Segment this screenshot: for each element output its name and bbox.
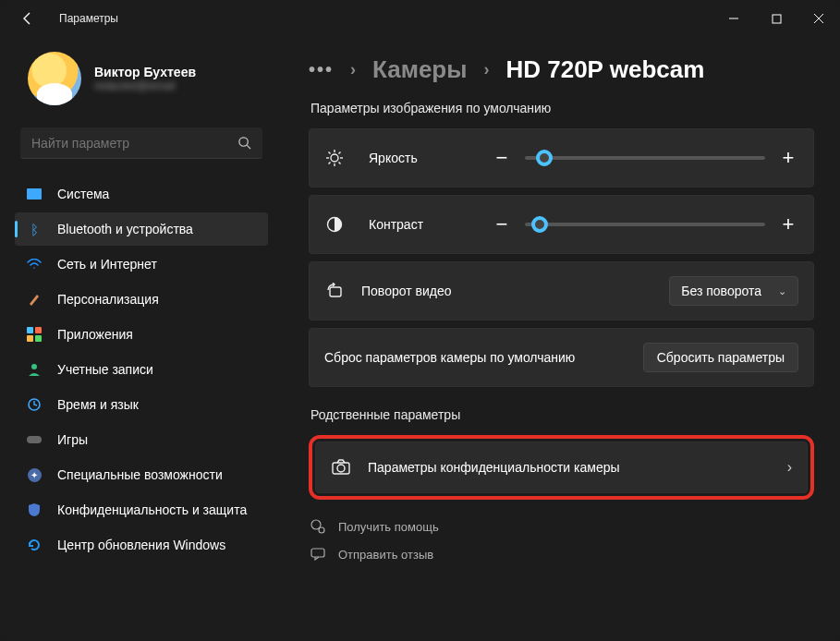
sidebar-item-bluetooth[interactable]: ᛒBluetooth и устройства bbox=[15, 212, 268, 246]
contrast-minus-button[interactable]: − bbox=[492, 214, 512, 235]
sidebar-item-accessibility[interactable]: ✦Специальные возможности bbox=[15, 458, 268, 491]
sidebar: Виктор Бухтеев redacted@email Система ᛒB… bbox=[0, 37, 277, 641]
shield-icon bbox=[26, 502, 43, 518]
window-controls bbox=[712, 0, 840, 37]
breadcrumb: ••• › Камеры › HD 720P webcam bbox=[309, 55, 814, 84]
brightness-slider[interactable] bbox=[525, 156, 765, 160]
reset-card: Сброс параметров камеры по умолчанию Сбр… bbox=[309, 328, 814, 387]
clock-icon bbox=[26, 396, 43, 413]
svg-rect-1 bbox=[773, 15, 781, 23]
get-help-label: Получить помощь bbox=[338, 520, 439, 534]
nav-label: Конфиденциальность и защита bbox=[57, 502, 247, 517]
contrast-label: Контраст bbox=[369, 217, 423, 232]
sidebar-item-system[interactable]: Система bbox=[15, 177, 268, 211]
main-content: ••• › Камеры › HD 720P webcam Параметры … bbox=[277, 37, 840, 641]
brightness-label: Яркость bbox=[369, 151, 418, 165]
user-email: redacted@email bbox=[94, 79, 196, 92]
contrast-slider[interactable] bbox=[525, 223, 765, 226]
rotate-icon bbox=[324, 283, 345, 299]
user-icon bbox=[26, 361, 43, 378]
nav: Система ᛒBluetooth и устройства Сеть и И… bbox=[15, 177, 268, 562]
feedback-link[interactable]: Отправить отзыв bbox=[310, 540, 814, 568]
nav-label: Центр обновления Windows bbox=[57, 538, 225, 552]
privacy-settings-link[interactable]: Параметры конфиденциальности камеры › bbox=[315, 441, 808, 493]
svg-line-14 bbox=[339, 152, 341, 154]
update-icon bbox=[26, 537, 43, 553]
nav-label: Bluetooth и устройства bbox=[57, 222, 193, 236]
reset-label: Сброс параметров камеры по умолчанию bbox=[324, 350, 575, 365]
nav-label: Игры bbox=[57, 432, 88, 447]
breadcrumb-more-icon[interactable]: ••• bbox=[309, 59, 334, 80]
privacy-label: Параметры конфиденциальности камеры bbox=[368, 460, 620, 475]
sidebar-item-gaming[interactable]: Игры bbox=[15, 423, 268, 456]
chevron-right-icon: › bbox=[787, 459, 792, 476]
chevron-right-icon: › bbox=[350, 60, 356, 79]
contrast-icon bbox=[324, 216, 345, 233]
nav-label: Специальные возможности bbox=[57, 467, 223, 482]
search-icon bbox=[237, 136, 251, 150]
nav-label: Приложения bbox=[57, 327, 133, 342]
breadcrumb-current: HD 720P webcam bbox=[505, 55, 704, 84]
sidebar-item-personalization[interactable]: Персонализация bbox=[15, 283, 268, 316]
svg-rect-6 bbox=[27, 436, 42, 443]
accessibility-icon: ✦ bbox=[26, 466, 43, 483]
search-input[interactable] bbox=[31, 136, 230, 151]
chevron-right-icon: › bbox=[483, 60, 489, 79]
contrast-plus-button[interactable]: + bbox=[778, 214, 798, 235]
help-icon bbox=[310, 519, 325, 534]
user-profile[interactable]: Виктор Бухтеев redacted@email bbox=[15, 46, 268, 122]
contrast-card: Контраст − + bbox=[309, 195, 814, 254]
brightness-card: Яркость − + bbox=[309, 128, 814, 187]
titlebar: Параметры bbox=[0, 0, 840, 37]
nav-label: Сеть и Интернет bbox=[57, 257, 157, 272]
bluetooth-icon: ᛒ bbox=[26, 221, 43, 237]
svg-line-3 bbox=[247, 145, 250, 149]
get-help-link[interactable]: Получить помощь bbox=[310, 513, 814, 540]
sidebar-item-time[interactable]: Время и язык bbox=[15, 388, 268, 421]
close-button[interactable] bbox=[797, 0, 840, 37]
feedback-icon bbox=[310, 548, 325, 561]
svg-point-2 bbox=[239, 138, 248, 146]
nav-label: Система bbox=[57, 187, 109, 201]
camera-icon bbox=[331, 459, 351, 476]
brightness-icon bbox=[324, 149, 345, 167]
svg-line-13 bbox=[339, 163, 341, 164]
svg-rect-22 bbox=[311, 549, 324, 557]
svg-point-19 bbox=[337, 465, 345, 472]
rotation-card: Поворот видео Без поворота ⌄ bbox=[309, 261, 814, 320]
svg-line-15 bbox=[329, 163, 331, 164]
sidebar-item-update[interactable]: Центр обновления Windows bbox=[15, 528, 268, 562]
monitor-icon bbox=[26, 186, 43, 202]
nav-label: Персонализация bbox=[57, 292, 159, 307]
brightness-minus-button[interactable]: − bbox=[492, 148, 512, 168]
user-name: Виктор Бухтеев bbox=[94, 65, 196, 79]
avatar bbox=[28, 52, 81, 105]
window-title: Параметры bbox=[59, 12, 118, 25]
back-button[interactable] bbox=[15, 6, 41, 31]
wifi-icon bbox=[26, 256, 43, 272]
gamepad-icon bbox=[26, 431, 43, 448]
search-box[interactable] bbox=[20, 127, 262, 159]
svg-rect-17 bbox=[330, 287, 341, 296]
sidebar-item-network[interactable]: Сеть и Интернет bbox=[15, 248, 268, 281]
sidebar-item-apps[interactable]: Приложения bbox=[15, 318, 268, 351]
settings-window: Параметры Виктор Бухтеев redacted@email bbox=[0, 0, 840, 641]
rotation-label: Поворот видео bbox=[361, 284, 451, 298]
highlight-annotation: Параметры конфиденциальности камеры › bbox=[309, 435, 814, 500]
breadcrumb-parent[interactable]: Камеры bbox=[372, 55, 467, 84]
section-label-defaults: Параметры изображения по умолчанию bbox=[310, 101, 814, 115]
sidebar-item-accounts[interactable]: Учетные записи bbox=[15, 353, 268, 386]
section-label-related: Родственные параметры bbox=[310, 407, 814, 422]
svg-point-21 bbox=[319, 527, 324, 533]
minimize-button[interactable] bbox=[712, 0, 755, 37]
brush-icon bbox=[26, 291, 43, 308]
feedback-label: Отправить отзыв bbox=[338, 548, 433, 562]
maximize-button[interactable] bbox=[755, 0, 797, 37]
sidebar-item-privacy[interactable]: Конфиденциальность и защита bbox=[15, 493, 268, 526]
reset-button[interactable]: Сбросить параметры bbox=[643, 343, 798, 372]
brightness-plus-button[interactable]: + bbox=[778, 148, 798, 168]
apps-icon bbox=[26, 326, 43, 343]
rotation-dropdown[interactable]: Без поворота ⌄ bbox=[669, 276, 798, 306]
svg-line-12 bbox=[329, 152, 331, 154]
chevron-down-icon: ⌄ bbox=[778, 285, 786, 297]
